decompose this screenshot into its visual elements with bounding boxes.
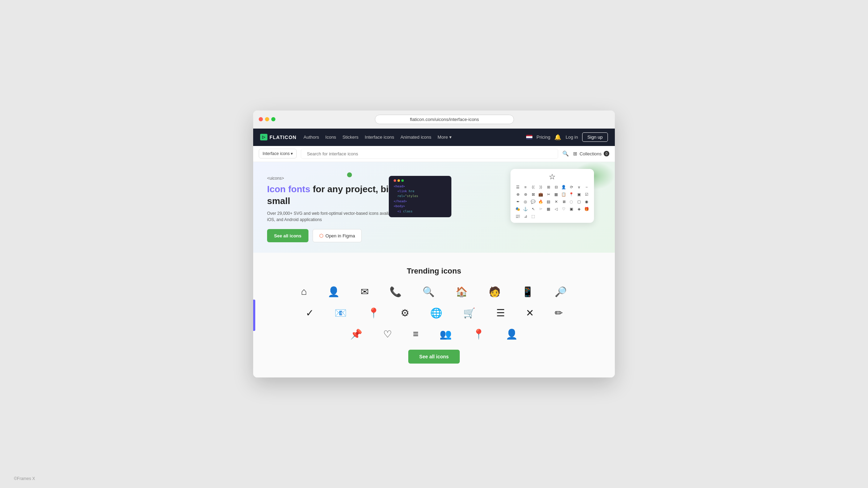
grid-icon: ⊞: [573, 151, 577, 156]
ig-icon[interactable]: ✒: [515, 199, 521, 205]
nav-interface-icons[interactable]: Interface icons: [365, 135, 394, 140]
nav-signup[interactable]: Sign up: [582, 132, 608, 142]
trend-cart[interactable]: 🛒: [463, 307, 475, 319]
trend-settings[interactable]: ⚙: [401, 307, 409, 319]
ig-icon[interactable]: ▣: [576, 192, 582, 197]
url-bar[interactable]: flaticon.com/uicons/interface-icons: [375, 115, 514, 124]
ig-icon[interactable]: ⊛: [522, 192, 529, 197]
trend-heart[interactable]: ♡: [383, 328, 392, 340]
collections-button[interactable]: ⊞ Collections 0: [573, 151, 609, 156]
ig-icon[interactable]: ✂: [545, 192, 552, 197]
ig-icon[interactable]: ▤: [545, 199, 552, 205]
trend-email[interactable]: ✉: [361, 286, 369, 298]
search-input[interactable]: [304, 149, 555, 158]
nav-pricing[interactable]: Pricing: [537, 135, 550, 140]
site-logo[interactable]: ▷ FLATICON: [260, 134, 297, 140]
icon-grid-card: ☆ ☰ ≡ ⟨⟨ ⟩⟩ ⊞ ⊟ 👤 ⟳ ∨ − ⊕ ⊛ ⊠ 💼 ✂ ▦: [511, 169, 594, 223]
filter-label: Interface icons ▾: [263, 151, 293, 156]
ig-icon[interactable]: 📍: [568, 192, 574, 197]
trend-search-outline[interactable]: 🔍: [423, 286, 435, 298]
trend-search-filled[interactable]: 🔎: [555, 286, 567, 298]
trend-home-filled[interactable]: 🏠: [456, 286, 468, 298]
nav-icons[interactable]: Icons: [326, 135, 336, 140]
ig-icon[interactable]: ♡: [561, 206, 567, 212]
trend-pin[interactable]: 📌: [350, 328, 362, 340]
ig-icon[interactable]: ⊠: [530, 192, 536, 197]
ig-icon[interactable]: ⊟: [553, 184, 559, 190]
hero-title-colored: Icon fonts: [267, 184, 310, 194]
open-figma-button[interactable]: ⬡ Open in Figma: [313, 229, 362, 242]
ig-icon[interactable]: ⊿: [522, 213, 529, 219]
trend-globe[interactable]: 🌐: [430, 307, 442, 319]
nav-animated-icons[interactable]: Animated icons: [400, 135, 431, 140]
maximize-button[interactable]: [271, 117, 275, 121]
ig-icon[interactable]: ⚓: [522, 206, 529, 212]
ig-icon[interactable]: ⬚: [530, 213, 536, 219]
icon-grid-header: ☆: [515, 172, 590, 181]
ig-icon[interactable]: ◌: [568, 199, 574, 205]
ig-icon[interactable]: ⟩⟩: [538, 184, 544, 190]
ig-icon[interactable]: ▣: [568, 206, 574, 212]
search-bar[interactable]: [301, 149, 558, 159]
ig-icon[interactable]: 🎭: [515, 206, 521, 212]
trend-check[interactable]: ✓: [306, 307, 314, 319]
ig-icon[interactable]: 📋: [561, 192, 567, 197]
trend-location[interactable]: 📍: [368, 307, 380, 319]
ig-icon[interactable]: ✕: [553, 199, 559, 205]
trend-users[interactable]: 👥: [440, 328, 452, 340]
trend-home-outline[interactable]: ⌂: [301, 286, 307, 298]
dot-yellow: [397, 179, 400, 182]
ig-icon[interactable]: 💬: [530, 199, 536, 205]
ig-icon[interactable]: ∨: [576, 184, 582, 190]
ig-icon[interactable]: ⟳: [568, 184, 574, 190]
ig-icon[interactable]: ◉: [584, 199, 590, 205]
trend-user-outline[interactable]: 👤: [328, 286, 340, 298]
nav-authors[interactable]: Authors: [304, 135, 319, 140]
ig-icon[interactable]: ▦: [553, 192, 559, 197]
ig-icon[interactable]: ▢: [576, 199, 582, 205]
ig-icon[interactable]: ◎: [522, 199, 529, 205]
ig-icon[interactable]: ⟨⟨: [530, 184, 536, 190]
see-all-button[interactable]: See all icons: [408, 350, 460, 364]
trend-edit[interactable]: ✏: [555, 307, 563, 319]
ig-icon[interactable]: ⊕: [515, 192, 521, 197]
nav-login[interactable]: Log in: [565, 135, 578, 140]
ig-icon[interactable]: ☞: [538, 206, 544, 212]
footer-copyright: ©Frames X: [14, 476, 35, 481]
ig-icon[interactable]: 📰: [515, 213, 521, 219]
ig-icon[interactable]: ⊞: [545, 184, 552, 190]
ig-icon[interactable]: ◁: [553, 206, 559, 212]
ig-icon[interactable]: ☑: [584, 192, 590, 197]
ig-icon[interactable]: 🎁: [584, 206, 590, 212]
trend-menu[interactable]: ☰: [496, 307, 505, 319]
trend-list[interactable]: ≡: [413, 328, 418, 340]
filter-dropdown[interactable]: Interface icons ▾: [259, 149, 297, 158]
minimize-button[interactable]: [265, 117, 269, 121]
trend-user-filled[interactable]: 👤: [506, 328, 518, 340]
ig-icon[interactable]: ◈: [576, 206, 582, 212]
ig-icon[interactable]: −: [584, 184, 590, 190]
ig-icon[interactable]: ≡: [522, 184, 529, 190]
search-icon[interactable]: 🔍: [562, 151, 569, 157]
notification-icon[interactable]: 🔔: [554, 134, 561, 140]
ig-icon[interactable]: 🖥: [561, 199, 567, 205]
ig-icon[interactable]: ☰: [515, 184, 521, 190]
nav-stickers[interactable]: Stickers: [343, 135, 359, 140]
trend-phone-call[interactable]: 📞: [389, 286, 402, 298]
trend-location-pin[interactable]: 📍: [473, 328, 485, 340]
trend-email-filled[interactable]: 📧: [335, 307, 347, 319]
trend-person[interactable]: 🧑: [489, 286, 501, 298]
traffic-lights: [259, 117, 275, 121]
ig-icon[interactable]: 💼: [538, 192, 544, 197]
close-button[interactable]: [259, 117, 263, 121]
code-dots: [394, 179, 447, 182]
language-flag[interactable]: [526, 135, 532, 139]
trend-phone[interactable]: 📱: [522, 286, 534, 298]
ig-icon[interactable]: 👤: [561, 184, 567, 190]
trend-close[interactable]: ✕: [526, 307, 534, 319]
ig-icon[interactable]: ↖: [530, 206, 536, 212]
ig-icon[interactable]: ▦: [545, 206, 552, 212]
see-all-icons-button[interactable]: See all icons: [267, 229, 308, 242]
nav-more[interactable]: More ▾: [437, 135, 451, 140]
ig-icon[interactable]: 🔥: [538, 199, 544, 205]
